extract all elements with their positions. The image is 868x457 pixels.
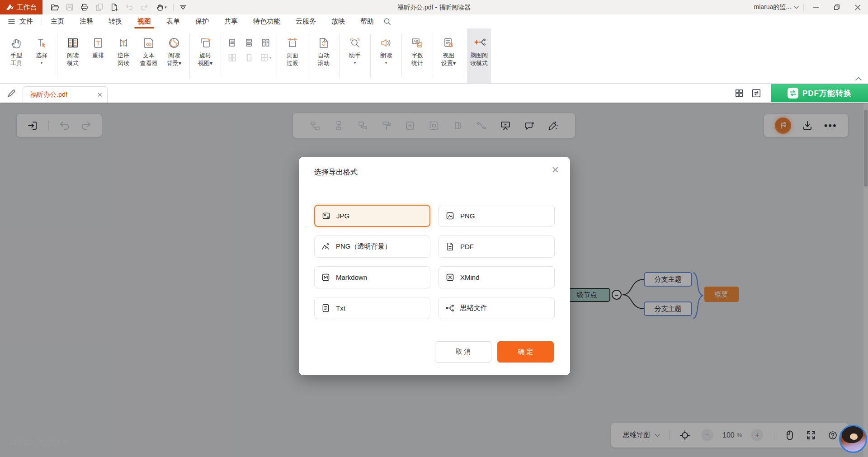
ribbon-page-transition[interactable]: 页面 过渡 <box>280 28 305 67</box>
print-icon[interactable] <box>77 0 92 14</box>
dialog-close-icon[interactable]: ✕ <box>551 165 559 174</box>
toolbar-collapse-icon[interactable] <box>175 0 190 14</box>
extract-page-icon[interactable] <box>92 0 107 14</box>
titlebar-divider <box>173 4 174 11</box>
save-icon[interactable] <box>62 0 77 14</box>
ai-disclaimer: AI生成内容仅供参考 <box>10 438 69 447</box>
ribbon-divider <box>370 34 371 77</box>
pdf-converter-button[interactable]: PDF万能转换 <box>771 84 868 102</box>
document-tab[interactable]: 福昕办公.pdf ✕ <box>23 86 108 103</box>
ribbon-text-viewer[interactable]: 文本 查看器 <box>136 28 161 67</box>
menu-share[interactable]: 共享 <box>217 14 245 28</box>
format-option-pdf[interactable]: PDF <box>439 236 555 258</box>
menu-help[interactable]: 帮助 <box>353 14 382 28</box>
mindmap-canvas[interactable]: 级节点 − 分支主题 分支主题 概要 <box>0 103 868 457</box>
ribbon: 手型 工具 选择 ▾ 阅读 模式 重排 逆序 阅读 文本 查看 <box>0 28 868 84</box>
workspace-button[interactable]: 工作台 <box>0 0 42 14</box>
view-settings-icon <box>442 34 455 52</box>
open-folder-icon[interactable] <box>47 0 62 14</box>
layout-facing-continuous-icon[interactable] <box>228 53 236 62</box>
markdown-icon <box>321 273 330 282</box>
ribbon-collapse-icon[interactable] <box>855 77 862 83</box>
ribbon-hand-tool[interactable]: 手型 工具 <box>4 28 29 67</box>
format-option-png[interactable]: PNG <box>439 205 555 227</box>
ribbon-read-aloud[interactable]: 朗读 ▾ <box>373 28 399 67</box>
mountain-icon <box>321 242 330 251</box>
tab-title: 福昕办公.pdf <box>30 90 67 99</box>
export-format-dialog: 选择导出格式 ✕ JPG PNG PNG（透明背景） PDF Markdown … <box>299 157 570 375</box>
undo-icon[interactable] <box>122 0 137 14</box>
cancel-button[interactable]: 取 消 <box>435 341 491 363</box>
ribbon-rotate-view[interactable]: 旋转 视图▾ <box>193 28 218 67</box>
menu-view[interactable]: 视图 <box>130 14 159 28</box>
ribbon-divider <box>57 34 57 77</box>
user-caret-icon[interactable] <box>794 6 799 9</box>
tab-grid-view-icon[interactable] <box>731 85 747 101</box>
xmind-icon <box>445 273 455 282</box>
ribbon-read-background[interactable]: 阅读 背景▾ <box>161 28 187 67</box>
text-file-icon <box>321 303 330 313</box>
pencil-icon[interactable] <box>7 89 16 98</box>
ribbon-view-settings[interactable]: 视图 设置▾ <box>436 28 461 67</box>
png-image-icon <box>445 211 455 221</box>
speaker-icon <box>380 34 392 52</box>
new-page-icon[interactable] <box>107 0 122 14</box>
restore-button[interactable] <box>826 0 847 14</box>
format-option-mindmap-file[interactable]: 思绪文件 <box>439 297 555 319</box>
ribbon-reflow[interactable]: 重排 <box>85 28 111 59</box>
jpg-image-icon <box>321 211 331 221</box>
layout-single-page-icon[interactable] <box>228 38 236 47</box>
close-button[interactable] <box>847 0 868 14</box>
titlebar-divider-2 <box>803 4 804 11</box>
assistant-avatar[interactable] <box>839 425 867 453</box>
menu-bar: 文件 主页 注释 转换 视图 表单 保护 共享 特色功能 云服务 放映 帮助 <box>0 14 868 28</box>
pdf-document-icon <box>445 242 455 251</box>
redo-icon[interactable] <box>137 0 151 14</box>
format-option-txt[interactable]: Txt <box>314 297 430 319</box>
layout-continuous-icon[interactable] <box>245 38 253 47</box>
auto-scroll-icon <box>317 34 330 52</box>
workspace-label: 工作台 <box>17 3 37 12</box>
ribbon-mindmap-read-mode[interactable]: 脑图阅 读模式 <box>467 28 491 83</box>
menu-form[interactable]: 表单 <box>159 14 188 28</box>
open-book-icon <box>66 34 79 52</box>
format-option-png-transparent[interactable]: PNG（透明背景） <box>314 236 430 258</box>
minimize-button[interactable] <box>806 0 826 14</box>
layout-split-icon[interactable]: ▾ <box>260 53 271 62</box>
menu-file[interactable]: 文件 <box>17 14 41 28</box>
ribbon-auto-scroll[interactable]: 自动 滚动 <box>311 28 336 67</box>
format-option-xmind[interactable]: XMind <box>439 266 555 288</box>
ribbon-reverse-read[interactable]: 逆序 阅读 <box>111 28 136 67</box>
ribbon-read-mode[interactable]: 阅读 模式 <box>60 28 85 67</box>
document-tab-bar: 福昕办公.pdf ✕ PDF万能转换 <box>0 84 868 103</box>
rotate-view-icon <box>199 34 212 52</box>
ribbon-select-tool[interactable]: 选择 ▾ <box>29 28 54 67</box>
format-option-markdown[interactable]: Markdown <box>314 266 430 288</box>
menu-present[interactable]: 放映 <box>324 14 353 28</box>
caret-down-icon: ▾ <box>165 5 167 9</box>
ribbon-assistant[interactable]: 助手 ▾ <box>342 28 368 67</box>
menu-cloud[interactable]: 云服务 <box>288 14 324 28</box>
user-account[interactable]: miarua的监... <box>754 3 791 11</box>
layout-facing-icon[interactable] <box>261 38 270 47</box>
tab-swap-icon[interactable] <box>749 85 764 101</box>
search-icon[interactable] <box>383 18 391 25</box>
menu-features[interactable]: 特色功能 <box>245 14 288 28</box>
menu-protect[interactable]: 保护 <box>188 14 217 28</box>
ribbon-page-layout-group: ▾ <box>224 28 274 65</box>
ribbon-word-count[interactable]: AB 字数 统计 <box>405 28 430 67</box>
hand-tool-icon[interactable]: ▾ <box>151 0 171 14</box>
format-option-jpg[interactable]: JPG <box>314 205 430 227</box>
menu-home[interactable]: 主页 <box>43 14 72 28</box>
menu-comment[interactable]: 注释 <box>72 14 101 28</box>
ribbon-divider <box>221 34 221 77</box>
confirm-button[interactable]: 确 定 <box>497 341 554 363</box>
ribbon-divider <box>464 34 464 77</box>
mindmap-tree-icon <box>445 303 455 313</box>
layout-cover-icon[interactable] <box>245 53 253 62</box>
text-viewer-icon <box>142 34 155 52</box>
hamburger-icon[interactable] <box>8 19 15 24</box>
menu-convert[interactable]: 转换 <box>101 14 130 28</box>
assistant-icon <box>349 34 361 52</box>
tab-close-icon[interactable]: ✕ <box>97 91 103 99</box>
